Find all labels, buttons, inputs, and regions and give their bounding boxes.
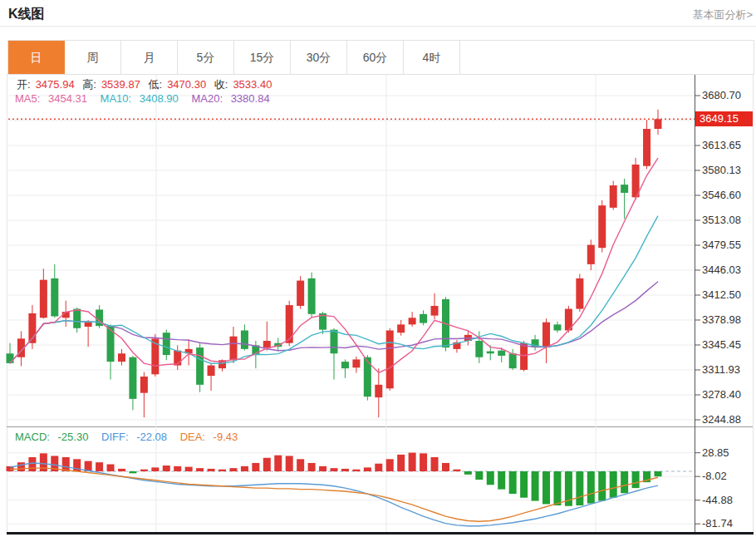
macd-bar[interactable] (229, 468, 237, 471)
candle[interactable] (576, 278, 583, 309)
candle[interactable] (341, 362, 349, 368)
macd-bar[interactable] (487, 471, 494, 485)
macd-bar[interactable] (252, 463, 259, 471)
macd-bar[interactable] (520, 471, 528, 498)
macd-bar[interactable] (118, 469, 125, 471)
macd-bar[interactable] (386, 459, 394, 471)
macd-bar[interactable] (442, 463, 449, 471)
macd-bar[interactable] (241, 466, 248, 471)
candle[interactable] (297, 281, 304, 306)
macd-bar[interactable] (341, 469, 349, 471)
candle[interactable] (51, 278, 58, 317)
candle[interactable] (397, 324, 405, 333)
macd-bar[interactable] (352, 470, 360, 471)
tab-30min[interactable]: 30分 (291, 41, 347, 74)
tab-15min[interactable]: 15分 (234, 41, 291, 74)
macd-bar[interactable] (610, 471, 617, 498)
macd-bar[interactable] (621, 471, 628, 493)
macd-bar[interactable] (140, 470, 148, 471)
candle[interactable] (286, 305, 293, 343)
candle[interactable] (420, 314, 427, 323)
candle[interactable] (229, 337, 237, 361)
candle[interactable] (621, 185, 628, 193)
macd-bar[interactable] (464, 471, 472, 475)
tab-week[interactable]: 周 (65, 41, 121, 74)
macd-bar[interactable] (431, 457, 439, 471)
macd-bar[interactable] (598, 471, 606, 501)
macd-bar[interactable] (208, 469, 215, 471)
tab-5min[interactable]: 5分 (178, 41, 234, 74)
candle[interactable] (163, 333, 170, 355)
candle[interactable] (140, 377, 148, 393)
macd-bar[interactable] (542, 471, 550, 504)
candle[interactable] (520, 343, 528, 370)
macd-bar[interactable] (397, 455, 405, 471)
macd-bar[interactable] (509, 471, 517, 494)
candle[interactable] (352, 359, 360, 367)
candle[interactable] (553, 324, 561, 330)
candle[interactable] (487, 352, 494, 354)
candle[interactable] (587, 245, 595, 264)
tab-4hour[interactable]: 4时 (404, 41, 460, 74)
macd-bar[interactable] (655, 471, 662, 476)
candle[interactable] (85, 323, 92, 327)
macd-bar[interactable] (375, 464, 382, 471)
candle[interactable] (655, 119, 662, 129)
fundamental-analysis-link[interactable]: 基本面分析> (692, 7, 753, 22)
macd-bar[interactable] (286, 456, 293, 471)
candle[interactable] (375, 385, 382, 397)
macd-bar[interactable] (263, 458, 271, 471)
macd-bar[interactable] (475, 471, 483, 480)
candle[interactable] (308, 278, 316, 314)
candle[interactable] (331, 330, 338, 354)
macd-bar[interactable] (218, 470, 226, 471)
candle[interactable] (40, 280, 47, 318)
macd-bar[interactable] (107, 464, 115, 471)
candle[interactable] (7, 353, 14, 363)
macd-bar[interactable] (96, 462, 103, 471)
macd-bar[interactable] (319, 466, 326, 471)
macd-bar[interactable] (129, 471, 136, 473)
candle[interactable] (241, 331, 248, 349)
macd-bar[interactable] (453, 470, 460, 471)
macd-bar[interactable] (409, 453, 416, 471)
macd-bar[interactable] (576, 471, 583, 505)
macd-bar[interactable] (274, 456, 282, 471)
candle[interactable] (208, 366, 215, 377)
tab-month[interactable]: 月 (121, 41, 178, 74)
macd-bar[interactable] (420, 453, 427, 471)
macd-bar[interactable] (498, 471, 505, 490)
candle[interactable] (263, 341, 271, 347)
macd-bar[interactable] (196, 468, 204, 471)
macd-bar[interactable] (632, 471, 640, 488)
macd-bar[interactable] (151, 467, 159, 471)
macd-bar[interactable] (163, 466, 170, 471)
candle[interactable] (386, 331, 394, 389)
candle[interactable] (118, 353, 125, 362)
macd-bar[interactable] (174, 466, 181, 471)
candle[interactable] (129, 357, 136, 399)
macd-bar[interactable] (553, 471, 561, 505)
candle[interactable] (498, 351, 505, 356)
macd-bar[interactable] (364, 467, 371, 471)
tab-day[interactable]: 日 (8, 41, 65, 74)
candle[interactable] (475, 341, 483, 357)
candle[interactable] (409, 318, 416, 324)
macd-bar[interactable] (28, 457, 36, 471)
macd-bar[interactable] (331, 468, 338, 471)
tab-60min[interactable]: 60分 (347, 41, 404, 74)
candle[interactable] (509, 353, 517, 368)
candle[interactable] (364, 357, 371, 397)
macd-bar[interactable] (587, 471, 595, 504)
macd-bar[interactable] (308, 463, 316, 471)
macd-bar[interactable] (17, 462, 25, 471)
candle[interactable] (643, 129, 650, 166)
candle[interactable] (431, 306, 439, 316)
candle[interactable] (196, 347, 204, 385)
candle[interactable] (610, 185, 617, 208)
candle[interactable] (73, 309, 81, 328)
candle[interactable] (542, 323, 550, 347)
macd-bar[interactable] (185, 467, 193, 471)
candle[interactable] (598, 205, 606, 248)
macd-bar[interactable] (532, 471, 539, 501)
